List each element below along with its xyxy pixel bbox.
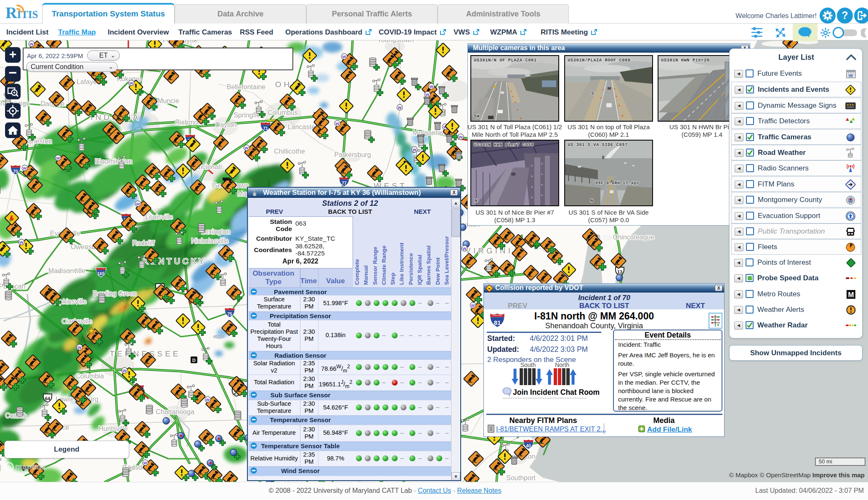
svg-text:mapbox: mapbox [15,462,46,471]
svg-text:Nicholasville: Nicholasville [191,237,229,245]
svg-text:US 301 S VA SIDE C057: US 301 S VA SIDE C057 [568,142,628,147]
svg-text:40: 40 [526,443,531,448]
svg-text:South: South [520,362,536,368]
svg-text:S: S [591,91,594,96]
svg-text:75: 75 [227,311,232,316]
svg-text:13: 13 [617,269,622,274]
svg-text:Climate Range: Climate Range [381,245,387,285]
svg-text:Like Instrument: Like Instrument [398,242,405,285]
svg-text:89F 0.0RH 17.4ps: 89F 0.0RH 17.4ps [595,181,639,186]
svg-text:Complete: Complete [354,259,360,285]
svg-text:Radcliff: Radcliff [132,239,155,247]
svg-text:Step: Step [390,273,396,285]
svg-text:Chincoteague: Chincoteague [613,234,655,241]
svg-text:SW: SW [474,114,480,119]
svg-text:Muncie: Muncie [157,97,179,104]
svg-text:North: North [555,362,569,368]
svg-text:Dew Point: Dew Point [435,257,441,285]
svg-text:Bloomington: Bloomington [95,158,133,165]
svg-text:71: 71 [263,126,268,131]
svg-text:Parkersburg: Parkersburg [334,151,371,158]
svg-text:N: N [475,198,478,203]
svg-text:Columbia: Columbia [75,372,104,380]
svg-text:Persistence: Persistence [408,253,414,285]
svg-text:Corinth: Corinth [5,412,27,419]
svg-text:Youngstown: Youngstown [377,40,414,43]
svg-text:IQR Spatial: IQR Spatial [417,255,423,285]
svg-text:165: 165 [97,271,105,276]
svg-text:Chattanooga: Chattanooga [156,408,194,415]
svg-text:Sensor Range: Sensor Range [372,247,378,285]
svg-text:Sea Level/Pressur: Sea Level/Pressur [443,236,450,285]
svg-text:US301N/N OF PLAZA C061: US301N/N OF PLAZA C061 [474,58,537,63]
svg-text:M: M [848,291,854,299]
svg-text:Manual: Manual [363,265,369,285]
svg-text:70: 70 [13,169,18,174]
svg-text:Chillicothe: Chillicothe [274,148,305,155]
svg-text:Lexington: Lexington [201,228,230,235]
svg-text:Barnes Spatial: Barnes Spatial [425,245,432,285]
svg-text:Madisonville: Madisonville [48,267,85,274]
svg-text:77: 77 [342,181,347,186]
svg-text:m: m [7,464,11,470]
svg-text:N: N [590,198,593,203]
svg-text:Bellefontaine: Bellefontaine [227,83,266,90]
svg-text:US301N HWN Pier20: US301N HWN Pier20 [661,58,710,63]
svg-text:Southport: Southport [506,474,536,481]
svg-text:US301N HWN Pier7 C058: US301N HWN Pier7 C058 [474,142,534,147]
svg-text:Dayton: Dayton [215,121,237,128]
svg-text:Louisville: Louisville [145,213,173,221]
svg-text:64: 64 [45,396,50,401]
svg-text:US301N/PLAZA ROOF C060: US301N/PLAZA ROOF C060 [568,58,631,63]
